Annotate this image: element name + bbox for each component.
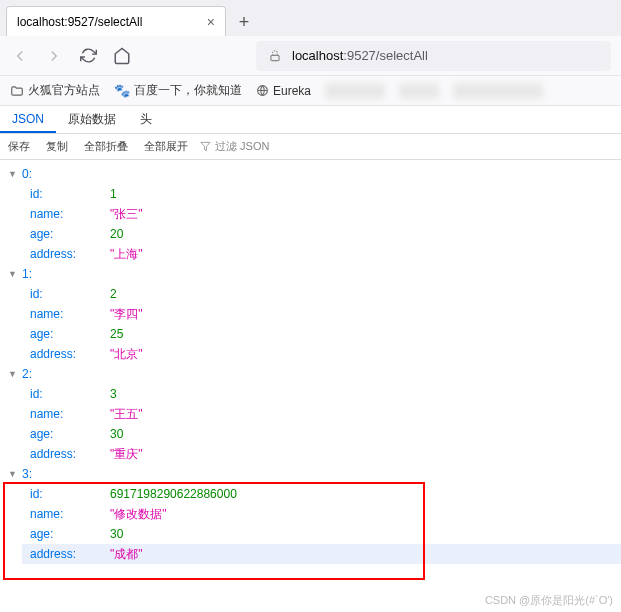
json-row[interactable]: name:"修改数据" [30, 504, 613, 524]
copy-button[interactable]: 复制 [42, 137, 72, 156]
tab-strip: localhost:9527/selectAll × + [0, 0, 621, 36]
blurred-bookmark [453, 83, 543, 99]
reload-icon[interactable] [78, 46, 98, 66]
json-row[interactable]: id:6917198290622886000 [30, 484, 613, 504]
collapse-all-button[interactable]: 全部折叠 [80, 137, 132, 156]
json-object: id:6917198290622886000 name:"修改数据" age:3… [8, 484, 613, 564]
save-button[interactable]: 保存 [4, 137, 34, 156]
caret-down-icon: ▼ [8, 264, 18, 284]
json-row[interactable]: id:2 [30, 284, 613, 304]
url-text: localhost:9527/selectAll [292, 48, 428, 63]
json-array-index[interactable]: ▼2: [8, 364, 613, 384]
globe-icon [256, 84, 269, 97]
filter-box[interactable]: 过滤 JSON [200, 139, 269, 154]
json-viewer: ▼0: id:1 name:"张三" age:20 address:"上海" ▼… [0, 160, 621, 568]
caret-down-icon: ▼ [8, 464, 18, 484]
url-box[interactable]: localhost:9527/selectAll [256, 41, 611, 71]
json-array-index[interactable]: ▼3: [8, 464, 613, 484]
json-row[interactable]: name:"张三" [30, 204, 613, 224]
json-row[interactable]: age:25 [30, 324, 613, 344]
bookmark-eureka[interactable]: Eureka [256, 84, 311, 98]
tab-json[interactable]: JSON [0, 106, 56, 133]
json-toolbar: 保存 复制 全部折叠 全部展开 过滤 JSON [0, 134, 621, 160]
tab-title: localhost:9527/selectAll [17, 15, 142, 29]
json-array-index[interactable]: ▼0: [8, 164, 613, 184]
close-icon[interactable]: × [207, 14, 215, 30]
nav-bar: localhost:9527/selectAll [0, 36, 621, 76]
lock-icon [268, 49, 282, 63]
json-row[interactable]: name:"李四" [30, 304, 613, 324]
expand-all-button[interactable]: 全部展开 [140, 137, 192, 156]
blurred-bookmark [325, 83, 385, 99]
watermark: CSDN @原你是阳光(#`O′) [485, 593, 613, 608]
json-object: id:3 name:"王五" age:30 address:"重庆" [8, 384, 613, 464]
json-object: id:1 name:"张三" age:20 address:"上海" [8, 184, 613, 264]
baidu-icon: 🐾 [114, 83, 130, 98]
browser-tab[interactable]: localhost:9527/selectAll × [6, 6, 226, 36]
json-row[interactable]: id:1 [30, 184, 613, 204]
devtools-tabs: JSON 原始数据 头 [0, 106, 621, 134]
blurred-bookmark [399, 83, 439, 99]
tab-raw[interactable]: 原始数据 [56, 106, 128, 133]
json-row[interactable]: age:30 [30, 424, 613, 444]
json-row[interactable]: address:"上海" [30, 244, 613, 264]
json-array-index[interactable]: ▼1: [8, 264, 613, 284]
json-row[interactable]: address:"成都" [22, 544, 621, 564]
caret-down-icon: ▼ [8, 164, 18, 184]
json-row[interactable]: address:"北京" [30, 344, 613, 364]
new-tab-button[interactable]: + [230, 8, 258, 36]
json-row[interactable]: id:3 [30, 384, 613, 404]
back-icon[interactable] [10, 46, 30, 66]
json-row[interactable]: address:"重庆" [30, 444, 613, 464]
forward-icon[interactable] [44, 46, 64, 66]
bookmark-firefox[interactable]: 火狐官方站点 [10, 82, 100, 99]
caret-down-icon: ▼ [8, 364, 18, 384]
tab-headers[interactable]: 头 [128, 106, 164, 133]
json-row[interactable]: name:"王五" [30, 404, 613, 424]
json-row[interactable]: age:30 [30, 524, 613, 544]
json-object: id:2 name:"李四" age:25 address:"北京" [8, 284, 613, 364]
bookmark-baidu[interactable]: 🐾 百度一下，你就知道 [114, 82, 242, 99]
json-row[interactable]: age:20 [30, 224, 613, 244]
bookmarks-bar: 火狐官方站点 🐾 百度一下，你就知道 Eureka [0, 76, 621, 106]
folder-icon [10, 84, 24, 98]
svg-rect-0 [271, 55, 279, 60]
home-icon[interactable] [112, 46, 132, 66]
filter-icon [200, 141, 211, 152]
